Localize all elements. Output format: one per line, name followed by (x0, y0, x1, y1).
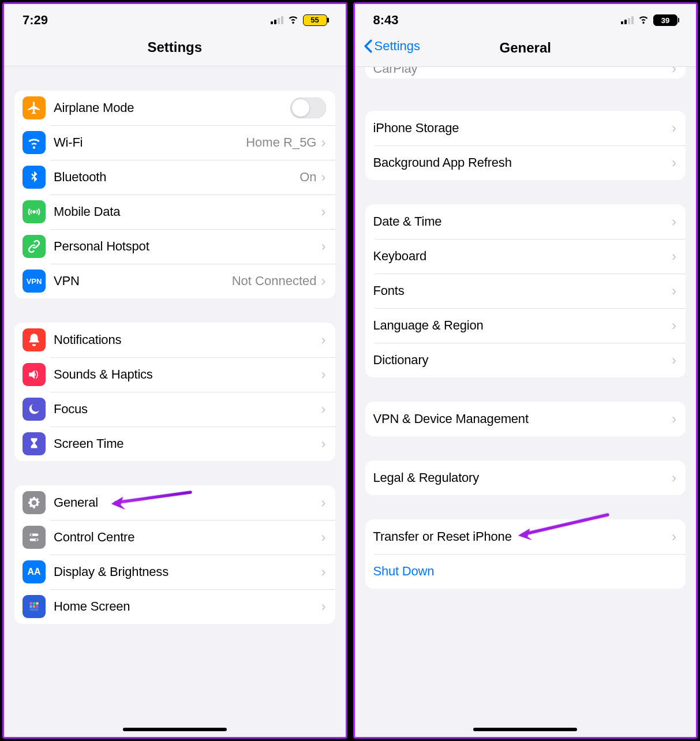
bluetooth-icon (23, 166, 46, 189)
battery-indicator: 55 (303, 14, 327, 26)
row-personal-hotspot[interactable]: Personal Hotspot › (14, 229, 335, 264)
row-label: Mobile Data (54, 204, 321, 219)
settings-group-general: General › Control Centre › AA Display & … (14, 485, 335, 624)
clock: 8:43 (373, 13, 399, 28)
battery-indicator: 39 (653, 14, 677, 26)
bluetooth-value: On (300, 170, 316, 185)
group-reset: Transfer or Reset iPhone › Shut Down (365, 519, 686, 589)
row-background-app-refresh[interactable]: Background App Refresh › (365, 145, 686, 180)
chevron-right-icon: › (321, 273, 326, 289)
row-label: Wi-Fi (54, 135, 246, 150)
row-bluetooth[interactable]: Bluetooth On › (14, 160, 335, 194)
status-icons: 55 (271, 12, 327, 28)
row-iphone-storage[interactable]: iPhone Storage › (365, 111, 686, 145)
svg-rect-8 (29, 605, 32, 608)
cellular-signal-icon (271, 16, 283, 24)
row-screen-time[interactable]: Screen Time › (14, 426, 335, 461)
svg-rect-9 (33, 605, 35, 608)
chevron-right-icon: › (321, 598, 326, 615)
row-carplay[interactable]: CarPlay › (365, 67, 686, 78)
row-sounds-haptics[interactable]: Sounds & Haptics › (14, 357, 335, 392)
row-label: Legal & Regulatory (373, 470, 672, 485)
chevron-right-icon: › (321, 495, 326, 511)
row-focus[interactable]: Focus › (14, 392, 335, 426)
row-label: Transfer or Reset iPhone (373, 529, 672, 544)
row-notifications[interactable]: Notifications › (14, 323, 335, 357)
gear-icon (23, 491, 46, 514)
svg-rect-11 (29, 608, 38, 611)
chevron-right-icon: › (321, 564, 326, 580)
settings-list[interactable]: Airplane Mode Wi-Fi Home R_5G › Bluetoot… (4, 66, 346, 737)
svg-rect-10 (36, 605, 38, 608)
svg-rect-7 (36, 602, 38, 604)
row-vpn-device-management[interactable]: VPN & Device Management › (365, 402, 686, 436)
group-legal: Legal & Regulatory › (365, 461, 686, 495)
svg-point-0 (33, 211, 35, 212)
phone-left-settings: 7:29 55 Settings Airplane Mode Wi-Fi Hom… (2, 2, 347, 739)
row-date-time[interactable]: Date & Time › (365, 204, 686, 239)
row-label: Home Screen (54, 599, 321, 614)
group-partial: CarPlay › (365, 67, 686, 78)
row-general[interactable]: General › (14, 485, 335, 520)
row-label: Keyboard (373, 249, 672, 264)
chevron-right-icon: › (321, 332, 326, 348)
wifi-icon (637, 14, 650, 27)
row-fonts[interactable]: Fonts › (365, 274, 686, 308)
row-display-brightness[interactable]: AA Display & Brightness › (14, 555, 335, 589)
antenna-icon (23, 200, 46, 223)
chevron-right-icon: › (321, 134, 326, 151)
settings-group-connectivity: Airplane Mode Wi-Fi Home R_5G › Bluetoot… (14, 91, 335, 298)
row-label: Shut Down (373, 564, 677, 579)
row-label: Background App Refresh (373, 155, 672, 170)
row-airplane-mode[interactable]: Airplane Mode (14, 91, 335, 125)
row-legal-regulatory[interactable]: Legal & Regulatory › (365, 461, 686, 495)
row-transfer-reset[interactable]: Transfer or Reset iPhone › (365, 519, 686, 554)
moon-icon (23, 398, 46, 421)
row-shut-down[interactable]: Shut Down (365, 554, 686, 589)
row-mobile-data[interactable]: Mobile Data › (14, 194, 335, 229)
chevron-right-icon: › (321, 169, 326, 185)
row-label: Airplane Mode (54, 100, 290, 115)
wifi-icon (287, 12, 300, 28)
chevron-right-icon: › (672, 352, 676, 368)
wifi-with-dot (637, 12, 650, 28)
row-wifi[interactable]: Wi-Fi Home R_5G › (14, 125, 335, 160)
row-label: VPN (54, 274, 232, 289)
row-label: Dictionary (373, 353, 672, 368)
airplane-switch[interactable] (290, 98, 326, 118)
chevron-right-icon: › (321, 238, 326, 255)
row-label: iPhone Storage (373, 121, 672, 136)
back-button[interactable]: Settings (363, 39, 421, 54)
row-label: Personal Hotspot (54, 239, 321, 254)
nav-bar: Settings General (355, 33, 697, 67)
home-indicator[interactable] (123, 728, 227, 731)
toggles-icon (23, 526, 46, 549)
row-label: CarPlay (373, 67, 672, 76)
status-bar: 7:29 55 (4, 4, 346, 32)
home-indicator[interactable] (473, 728, 577, 731)
row-language-region[interactable]: Language & Region › (365, 308, 686, 343)
clock: 7:29 (23, 13, 48, 28)
text-size-icon: AA (23, 560, 46, 583)
link-icon (23, 235, 46, 258)
row-label: Control Centre (54, 530, 321, 545)
settings-group-notifications: Notifications › Sounds & Haptics › Focus… (14, 323, 335, 461)
row-dictionary[interactable]: Dictionary › (365, 343, 686, 377)
airplane-icon (23, 96, 46, 119)
chevron-right-icon: › (321, 366, 326, 383)
row-control-centre[interactable]: Control Centre › (14, 520, 335, 555)
row-label: Screen Time (54, 436, 321, 451)
row-label: Notifications (54, 332, 321, 347)
svg-rect-6 (33, 602, 35, 604)
chevron-right-icon: › (672, 529, 676, 545)
chevron-right-icon: › (672, 470, 676, 486)
back-label: Settings (375, 39, 421, 54)
row-keyboard[interactable]: Keyboard › (365, 239, 686, 274)
chevron-right-icon: › (672, 317, 676, 334)
row-vpn[interactable]: VPN VPN Not Connected › (14, 264, 335, 298)
chevron-right-icon: › (672, 283, 676, 299)
chevron-right-icon: › (321, 204, 326, 220)
chevron-right-icon: › (672, 120, 676, 136)
row-home-screen[interactable]: Home Screen › (14, 589, 335, 624)
general-list[interactable]: CarPlay › iPhone Storage › Background Ap… (355, 67, 697, 737)
